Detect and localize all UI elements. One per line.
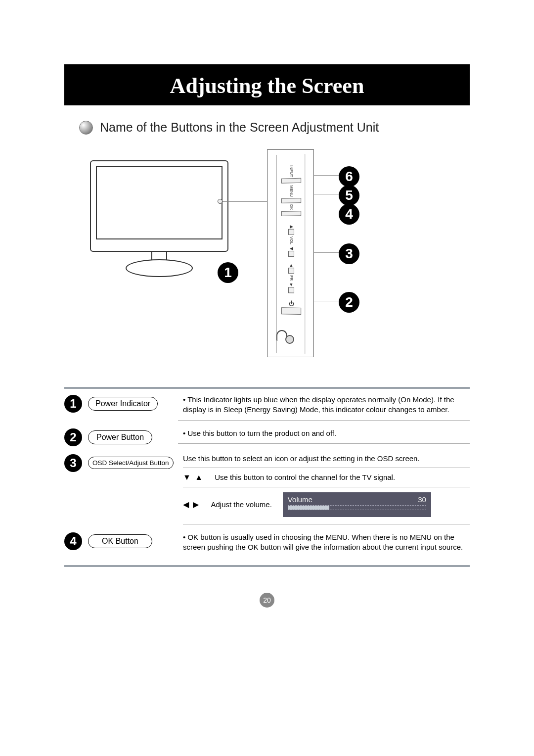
row4-desc-text: OK button is usually used in choosing th… xyxy=(183,533,463,551)
row3-num: 3 xyxy=(64,454,82,472)
diagram-zone: 1 INPUT MENU OK ▶ VOL ◀ xyxy=(64,149,470,367)
row2-num: 2 xyxy=(64,428,82,446)
callout-4: 4 xyxy=(339,204,359,225)
callout-2-text: 2 xyxy=(345,294,353,310)
row2-desc-text: Use this button to turn the product on a… xyxy=(183,429,336,437)
panel-vol-up-button xyxy=(288,229,294,235)
updown-arrows-icon: ▼ ▲ xyxy=(183,473,204,482)
callout-6: 6 xyxy=(339,166,359,187)
vol-down-icon: ◀ xyxy=(289,246,293,251)
sphere-bullet-icon xyxy=(79,121,93,135)
row1-desc: This Indicator lights up blue when the d… xyxy=(178,395,470,421)
callout-1-text: 1 xyxy=(224,265,232,281)
row-power-button: 2 Power Button Use this button to turn t… xyxy=(64,428,470,450)
panel-ok-row: OK xyxy=(281,204,302,216)
lead-5 xyxy=(314,194,339,194)
row2-desc: Use this button to turn the product on a… xyxy=(178,428,470,444)
panel-menu-row: MENU xyxy=(281,185,302,203)
lead-line-indicator xyxy=(222,201,269,202)
row1-left: 1 Power Indicator xyxy=(64,395,178,413)
callout-5-text: 5 xyxy=(345,188,353,203)
page-title-bar: Adjusting the Screen xyxy=(64,64,470,105)
row3-desc-block: Use this button to select an icon or adj… xyxy=(178,454,470,524)
panel-pr-row: ▲ PR ▼ xyxy=(281,263,302,293)
callout-4-text: 4 xyxy=(345,206,353,222)
row4-label: OK Button xyxy=(88,534,152,548)
callout-3: 3 xyxy=(339,243,359,264)
row2-label: Power Button xyxy=(88,430,152,444)
lead-4 xyxy=(314,213,339,213)
row4-num: 4 xyxy=(64,532,82,550)
indicator-dot xyxy=(218,199,222,204)
section-subtitle: Name of the Buttons in the Screen Adjust… xyxy=(100,120,379,135)
panel-menu-button xyxy=(281,198,301,203)
volume-osd-box: Volume 30 xyxy=(283,492,431,517)
page-number-text: 20 xyxy=(263,596,271,604)
monitor-base xyxy=(126,259,193,277)
panel-pr-up-button xyxy=(288,268,294,274)
monitor-illustration xyxy=(90,160,228,252)
row3-desc-c: Adjust the volume. xyxy=(211,500,271,509)
row4-num-text: 4 xyxy=(70,534,76,548)
panel-inner: INPUT MENU OK ▶ VOL ◀ ▲ PR xyxy=(276,154,305,354)
panel-ok-label: OK xyxy=(289,204,293,210)
row1-num-text: 1 xyxy=(70,397,76,411)
row1-desc-text: This Indicator lights up blue when the d… xyxy=(183,395,454,414)
volume-bar-track xyxy=(288,505,426,510)
callout-5: 5 xyxy=(339,185,359,206)
row-osd-button: 3 OSD Select/Adjust Button Use this butt… xyxy=(64,454,470,528)
button-panel: INPUT MENU OK ▶ VOL ◀ ▲ PR xyxy=(267,149,314,357)
volume-label: Volume xyxy=(288,495,312,504)
panel-input-row: INPUT xyxy=(281,165,302,183)
lead-3 xyxy=(314,252,339,253)
callout-3-text: 3 xyxy=(345,246,353,262)
pr-down-icon: ▼ xyxy=(289,282,294,287)
bottom-divider xyxy=(64,565,470,567)
vol-up-icon: ▶ xyxy=(289,224,293,229)
callout-1: 1 xyxy=(218,262,238,283)
panel-menu-label: MENU xyxy=(289,185,293,197)
panel-ok-button xyxy=(281,211,301,216)
subtitle-row: Name of the Buttons in the Screen Adjust… xyxy=(79,120,455,135)
row1-label: Power Indicator xyxy=(88,397,158,411)
headphone-jack xyxy=(285,335,294,344)
panel-vol-label: VOL xyxy=(289,236,293,244)
panel-power-row: ⏻ xyxy=(281,300,302,315)
row3-label: OSD Select/Adjust Button xyxy=(88,457,174,469)
row3-desc-b: Use this button to control the channel f… xyxy=(215,473,395,481)
panel-vol-row: ▶ VOL ◀ xyxy=(281,224,302,257)
row1-num: 1 xyxy=(64,395,82,413)
panel-pr-down-button xyxy=(288,287,294,293)
panel-vol-down-button xyxy=(288,251,294,257)
lead-2 xyxy=(314,301,339,301)
lead-6 xyxy=(314,175,339,176)
row2-left: 2 Power Button xyxy=(64,428,178,446)
row4-left: 4 OK Button xyxy=(64,532,178,550)
panel-pr-label: PR xyxy=(289,275,293,281)
top-divider xyxy=(64,387,470,389)
pr-up-icon: ▲ xyxy=(289,263,294,268)
row3-left: 3 OSD Select/Adjust Button xyxy=(64,454,178,472)
leftright-arrows-icon: ◀ ▶ xyxy=(183,500,200,509)
panel-input-label: INPUT xyxy=(289,165,293,177)
panel-input-button xyxy=(281,178,301,184)
description-area: 1 Power Indicator This Indicator lights … xyxy=(64,387,470,567)
power-icon: ⏻ xyxy=(288,300,294,306)
volume-value: 30 xyxy=(418,495,426,504)
callout-6-text: 6 xyxy=(345,169,353,185)
row-power-indicator: 1 Power Indicator This Indicator lights … xyxy=(64,395,470,425)
row-ok-button: 4 OK Button OK button is usually used in… xyxy=(64,532,470,562)
volume-bar-fill xyxy=(288,506,329,510)
page-number: 20 xyxy=(260,593,274,608)
row4-desc: OK button is usually used in choosing th… xyxy=(178,532,470,558)
panel-power-button xyxy=(281,307,301,315)
row3-desc-a: Use this button to select an icon or adj… xyxy=(183,454,420,463)
row2-num-text: 2 xyxy=(70,430,76,444)
monitor-screen xyxy=(96,166,222,239)
callout-2: 2 xyxy=(339,292,359,313)
row3-num-text: 3 xyxy=(70,456,76,470)
page-title: Adjusting the Screen xyxy=(170,74,364,98)
